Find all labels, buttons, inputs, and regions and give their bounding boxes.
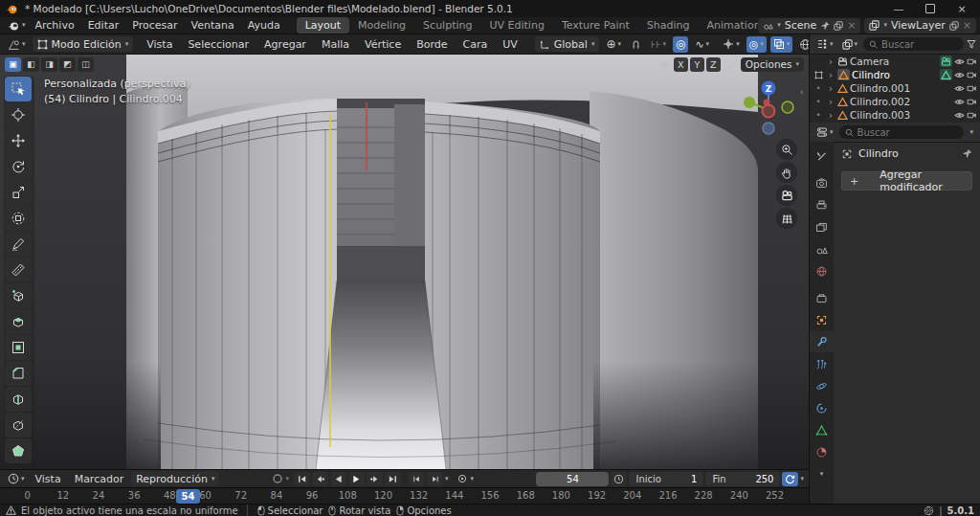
tool-scale[interactable] <box>5 180 32 205</box>
menu-uv[interactable]: UV <box>497 38 523 51</box>
proportional-falloff-button[interactable]: ∿▾ <box>692 36 712 53</box>
tab-layout[interactable]: Layout <box>297 17 349 34</box>
expand-icon[interactable]: › <box>826 56 835 67</box>
hide-eye-icon[interactable] <box>954 56 965 67</box>
breadcrumb-object-name[interactable]: Cilindro <box>858 147 899 160</box>
timeline-ruler[interactable]: 0122436486072849610812013214415616818019… <box>0 487 809 505</box>
expand-icon[interactable]: › <box>826 97 835 107</box>
outliner-search-input[interactable]: Buscar <box>863 37 964 51</box>
filter-icon[interactable] <box>967 39 976 49</box>
menu-cara[interactable]: Cara <box>457 38 494 51</box>
outliner-editor-type-button[interactable]: ▾ <box>813 36 836 53</box>
pin-icon[interactable] <box>962 148 972 159</box>
minimize-button[interactable]: — <box>886 0 911 17</box>
disable-render-icon[interactable] <box>967 110 977 121</box>
menu-vertice[interactable]: Vértice <box>359 38 407 51</box>
menu-ayuda[interactable]: Ayuda <box>241 18 287 33</box>
tool-move[interactable] <box>5 128 32 153</box>
outliner-row-cilindro-001[interactable]: •› Cilindro.001 <box>810 81 980 95</box>
timeline-menu-vista[interactable]: Vista <box>30 473 67 485</box>
playback-extra-caret[interactable]: ▾ <box>445 476 449 482</box>
tab-texture-paint[interactable]: Texture Paint <box>553 17 638 34</box>
pin-icon[interactable] <box>820 21 830 31</box>
tab-material[interactable] <box>810 441 834 462</box>
tool-bevel[interactable] <box>5 361 32 386</box>
menu-vista[interactable]: Vista <box>141 38 178 51</box>
mesh-data-icon[interactable] <box>940 69 952 80</box>
add-modifier-button[interactable]: + Agregar modificador <box>841 171 972 191</box>
select-mode-intersect-button[interactable]: ◫ <box>78 57 94 72</box>
tab-modeling[interactable]: Modeling <box>349 17 414 34</box>
unlink-scene-icon[interactable]: × <box>847 19 856 32</box>
tool-poly-build[interactable] <box>5 438 32 463</box>
network-offline-icon[interactable] <box>924 505 934 516</box>
timeline-menu-marcador[interactable]: Marcador <box>69 473 130 485</box>
tab-shading[interactable]: Shading <box>638 17 699 34</box>
new-scene-icon[interactable] <box>834 21 843 31</box>
tab-world[interactable] <box>810 260 834 281</box>
menu-ventana[interactable]: Ventana <box>184 18 240 33</box>
viewlayer-selector[interactable]: ▾ ViewLayer × <box>864 18 976 34</box>
sidebar-collapse-arrow[interactable]: ‹ <box>800 87 804 97</box>
mirror-x-toggle[interactable]: X <box>674 57 688 72</box>
tool-options-dropdown[interactable]: Opciones ▾ <box>741 57 804 72</box>
expand-icon[interactable]: › <box>826 70 835 80</box>
next-keyframe-button[interactable] <box>367 472 383 486</box>
mode-selector[interactable]: Modo Edición ▾ <box>33 36 134 52</box>
show-gizmo-dropdown[interactable]: ▾ <box>720 36 743 53</box>
editor-type-button[interactable]: ▾ <box>5 36 29 53</box>
select-mode-set-button[interactable]: ▣ <box>5 57 21 72</box>
snap-toggle[interactable] <box>628 36 644 53</box>
camera-view-button[interactable] <box>776 185 797 206</box>
use-preview-range-button[interactable] <box>611 472 627 486</box>
frame-forward-button[interactable] <box>427 472 443 486</box>
outliner-display-mode-button[interactable]: ▾ <box>839 36 861 53</box>
select-mode-extend-button[interactable]: ◧ <box>23 57 39 72</box>
pivot-point-button[interactable]: ⊕▾ <box>603 36 624 53</box>
menu-seleccionar[interactable]: Seleccionar <box>182 38 255 51</box>
tool-extrude-region[interactable] <box>5 309 32 334</box>
show-overlays-dropdown[interactable]: ◎▾ <box>746 36 767 53</box>
menu-agregar[interactable]: Agregar <box>258 38 312 51</box>
tool-add-cube[interactable] <box>5 283 32 308</box>
tab-constraints[interactable] <box>810 397 834 418</box>
tab-view-layer[interactable] <box>810 216 834 237</box>
disable-render-icon[interactable] <box>967 70 977 80</box>
menu-editar[interactable]: Editar <box>81 18 126 33</box>
expand-icon[interactable]: › <box>826 110 835 121</box>
tab-object[interactable] <box>810 309 834 330</box>
menu-procesar[interactable]: Procesar <box>125 18 184 33</box>
tab-sculpting[interactable]: Sculpting <box>414 17 480 34</box>
properties-editor-type-button[interactable]: ▾ <box>813 124 836 141</box>
remove-viewlayer-icon[interactable]: × <box>963 19 971 32</box>
tab-uv-editing[interactable]: UV Editing <box>480 17 552 34</box>
transform-orientation[interactable]: Global ▾ <box>535 36 600 52</box>
play-button[interactable] <box>348 472 365 486</box>
outliner-row-cilindro[interactable]: › Cilindro <box>810 68 980 81</box>
frame-end-field[interactable]: Fin 250 <box>705 472 780 486</box>
close-button[interactable]: × <box>949 0 974 17</box>
mirror-y-toggle[interactable]: Y <box>690 57 704 72</box>
timeline-menu-reproduccion[interactable]: Reproducción▾ <box>131 471 219 486</box>
snap-target-button[interactable]: ⊦⊦▾ <box>648 36 669 53</box>
hide-eye-icon[interactable] <box>954 110 965 121</box>
perspective-toggle-button[interactable] <box>776 208 797 229</box>
record-button[interactable]: ▾ <box>269 471 292 487</box>
auto-keying-button[interactable]: ▾ <box>454 471 477 487</box>
new-viewlayer-icon[interactable] <box>949 21 959 31</box>
tab-tool[interactable] <box>810 146 834 167</box>
menu-borde[interactable]: Borde <box>411 38 453 51</box>
timeline-editor-type-button[interactable]: ▾ <box>5 471 28 487</box>
prev-keyframe-button[interactable] <box>312 472 328 486</box>
select-mode-subtract-button[interactable]: ◨ <box>41 57 57 72</box>
outliner-row-cilindro-003[interactable]: •› Cilindro.003 <box>810 108 980 122</box>
jump-to-end-button[interactable] <box>385 472 401 486</box>
tab-scene[interactable] <box>810 238 834 259</box>
menu-malla[interactable]: Malla <box>316 38 355 51</box>
hide-eye-icon[interactable] <box>954 70 965 80</box>
select-mode-invert-button[interactable]: ◩ <box>59 57 76 72</box>
tab-physics[interactable] <box>810 375 834 396</box>
rail-overflow-chevron[interactable]: ▾ <box>810 463 834 484</box>
tool-rotate[interactable] <box>5 154 32 179</box>
zoom-button[interactable] <box>776 139 797 160</box>
